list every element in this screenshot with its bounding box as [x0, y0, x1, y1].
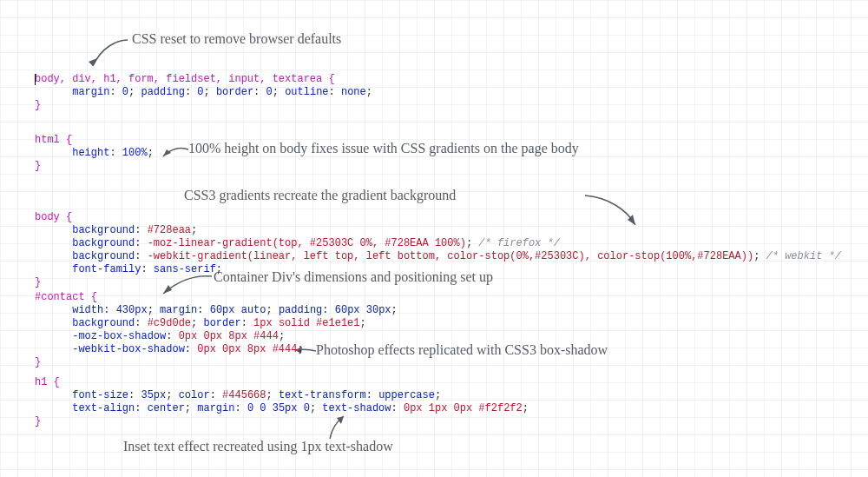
annotation-gradients: CSS3 gradients recreate the gradient bac… [184, 188, 456, 203]
val: 100% [122, 147, 148, 159]
code-block-contact: #contact { width: 430px; margin: 60px au… [35, 291, 398, 369]
val: 0px 1px 0px #f2f2f2 [404, 402, 523, 414]
annotation-textshadow: Inset text effect recreated using 1px te… [123, 439, 393, 454]
prop: padding [279, 304, 322, 316]
prop: background [72, 250, 135, 262]
prop: height [72, 147, 109, 159]
annotation-height: 100% height on body fixes issue with CSS… [188, 141, 579, 156]
prop: padding [141, 86, 184, 98]
prop: margin [197, 402, 234, 414]
val: 0px 0px 8px #444 [179, 330, 279, 342]
annotation-css-reset: CSS reset to remove browser defaults [132, 31, 341, 47]
prop: font-size [72, 389, 128, 401]
prop: outline [285, 86, 328, 98]
comment: /* firefox */ [478, 237, 560, 249]
val: 60px 30px [335, 304, 391, 316]
prop: text-shadow [322, 402, 391, 414]
code-block-reset: body, div, h1, form, fieldset, input, te… [35, 73, 372, 112]
val: 35px [141, 389, 166, 401]
val: none [341, 86, 366, 98]
arrow-css-reset [82, 36, 135, 73]
val: 430px [116, 304, 148, 316]
val: 0 0 35px 0 [247, 402, 310, 414]
selector: h1 [35, 376, 47, 388]
code-block-body: body { background: #728eaa; background: … [35, 211, 841, 289]
val: 60px auto [210, 304, 266, 316]
prop: background [72, 237, 135, 249]
val: 0 [266, 86, 273, 98]
val: #c9d0de [148, 317, 191, 329]
prop: border [203, 317, 240, 329]
val: #728eaa [148, 224, 191, 236]
svg-marker-1 [163, 149, 171, 156]
arrow-height [158, 142, 193, 162]
val: center [148, 402, 185, 414]
val: -moz-linear-gradient(top, #25303C 0%, #7… [148, 237, 466, 249]
val: 0 [197, 86, 203, 98]
prop: margin [160, 304, 197, 316]
code-block-h1: h1 { font-size: 35px; color: #445668; te… [35, 376, 529, 428]
selector: body [35, 211, 60, 223]
val: uppercase [378, 389, 435, 401]
selector: #contact [35, 291, 85, 303]
comment: /* webkit */ [766, 250, 841, 262]
val: sans-serif [154, 263, 216, 275]
val: 1px solid #e1e1e1 [253, 317, 359, 329]
prop: color [179, 389, 210, 401]
prop: background [72, 317, 135, 329]
selector: body, div, h1, form, fieldset, input, te… [35, 73, 322, 85]
prop: -webkit-box-shadow [72, 343, 185, 355]
prop: background [72, 224, 135, 236]
val: 0px 0px 8px #444 [197, 343, 297, 355]
code-block-html: html { height: 100%; } [35, 134, 154, 173]
prop: border [216, 86, 253, 98]
val: -webkit-gradient(linear, left top, left … [148, 250, 754, 262]
prop: font-family [72, 263, 141, 275]
selector: html [35, 134, 60, 146]
prop: -moz-box-shadow [72, 330, 166, 342]
prop: width [72, 304, 103, 316]
prop: text-align [72, 402, 135, 414]
val: #445668 [222, 389, 266, 401]
val: 0 [122, 86, 128, 98]
prop: margin [72, 86, 109, 98]
prop: text-transform [279, 389, 366, 401]
svg-marker-0 [89, 58, 97, 66]
